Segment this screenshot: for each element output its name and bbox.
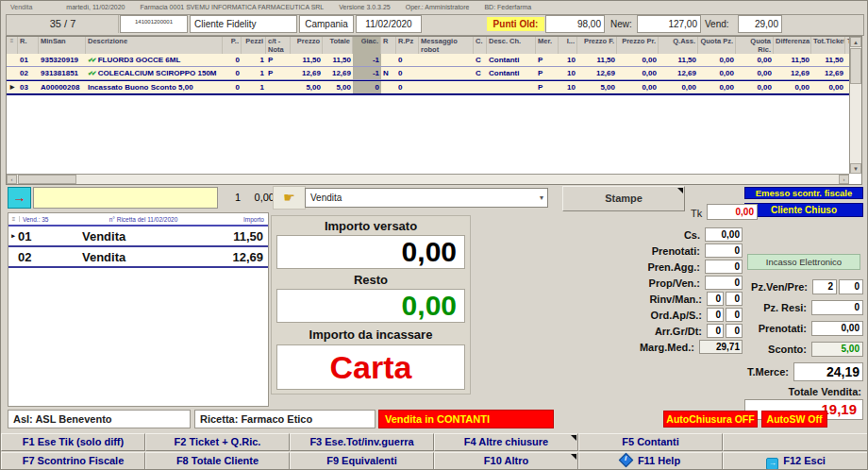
stat-value[interactable]: 0 <box>705 243 743 258</box>
stat-value[interactable]: 0 <box>707 308 724 322</box>
grid-cell: 0,00 <box>811 81 845 93</box>
fkey-button[interactable]: F5 Contanti <box>578 433 723 451</box>
grid-cell: 5,00 <box>291 81 323 93</box>
stat-value[interactable]: 0 <box>705 276 743 290</box>
summary-value[interactable]: 0,00 <box>811 321 863 336</box>
stat-label: Ord.Ap/S.: <box>651 310 702 321</box>
select-all-icon[interactable]: ≡ <box>8 216 20 222</box>
column-header[interactable]: Descrizione <box>86 37 223 54</box>
fkey-button[interactable]: F4 Altre chiusure <box>434 433 578 451</box>
fkey-button[interactable]: F8 Totale Cliente <box>145 452 290 470</box>
autochiusura-toggle[interactable]: AutoChiusura OFF <box>663 411 758 428</box>
stat-value[interactable]: 0 <box>707 292 724 306</box>
stat-value[interactable]: 0 <box>726 308 743 322</box>
select-all-icon[interactable]: ≡ <box>7 37 18 54</box>
incasso-elettronico-banner[interactable]: Incasso Elettronico <box>747 254 860 270</box>
column-header[interactable]: Quota Pz. <box>698 37 736 54</box>
column-header[interactable]: Mer. <box>536 37 559 54</box>
hand-pointer-button[interactable]: ☛ <box>273 186 306 210</box>
table-row[interactable]: ▶03A00000208Incassato Buono Sconto 5,000… <box>7 80 849 95</box>
column-header[interactable]: Differenza <box>774 37 811 54</box>
summary-label: Pz.Ven/Pre: <box>751 281 808 293</box>
fkey-button[interactable]: F9 Equivalenti <box>290 452 434 470</box>
summary-value[interactable]: 0 <box>811 300 863 315</box>
column-header[interactable]: Prezzo F. <box>577 37 617 54</box>
column-header[interactable]: Q.Ass. <box>659 37 698 54</box>
fkey-button[interactable]: iF11 Help <box>578 452 723 470</box>
stampe-button[interactable]: Stampe <box>562 186 685 211</box>
importo-versato-value[interactable]: 0,00 <box>276 235 465 269</box>
receipts-list-header: ≡ Vend.: 35 n° Ricetta del 11/02/2020 Im… <box>8 213 268 227</box>
grid-cell: 11,50 <box>291 54 323 66</box>
grid-cell: 5,00 <box>323 81 353 93</box>
list-marker-icon: ▸ <box>8 232 18 240</box>
column-header[interactable]: I... <box>559 37 577 54</box>
receipt-amount: 12,69 <box>203 250 268 264</box>
column-header[interactable]: Tot.Ticket <box>811 37 845 54</box>
column-header[interactable]: Desc. Ch. <box>487 37 536 54</box>
grid-cell: 5,00 <box>577 81 617 93</box>
scroll-up-icon[interactable]: ▲ <box>850 37 861 47</box>
stat-value[interactable]: 0 <box>705 260 743 274</box>
fkey-button[interactable]: →F12 Esci <box>723 452 868 470</box>
grid-cell: P <box>266 54 291 66</box>
table-row[interactable]: 01935320919✔✔FLUORD3 GOCCE 6ML01P11,5011… <box>7 54 849 67</box>
scan-input[interactable] <box>33 187 218 209</box>
stat-label: Marg.Med.: <box>640 342 694 353</box>
stat-label: Arr.Gr/Dt: <box>655 326 702 337</box>
list-item[interactable]: 02Vendita12,69 <box>8 247 268 268</box>
receipts-header-center: n° Ricetta del 11/02/2020 <box>72 216 215 223</box>
stat-value[interactable]: 0 <box>707 324 724 338</box>
grid-body[interactable]: 01935320919✔✔FLUORD3 GOCCE 6ML01P11,5011… <box>7 54 849 174</box>
fkey-button[interactable]: F1 Ese Tik (solo diff) <box>1 433 145 451</box>
fkey-empty <box>723 433 868 451</box>
stat-value[interactable]: 0 <box>726 324 743 338</box>
scroll-down-icon[interactable]: ▼ <box>850 163 861 174</box>
grid-cell: Contanti <box>487 54 536 66</box>
column-header[interactable]: Prezzo Pr. <box>617 37 659 54</box>
sale-header-bar: 35 / 7 141001200001 Cliente Fidelity Cam… <box>6 14 864 36</box>
column-header[interactable]: Prezzo <box>291 37 323 54</box>
column-header[interactable]: Totale <box>323 37 353 54</box>
sale-mode-select[interactable]: Vendita ▾ <box>305 188 548 208</box>
column-header[interactable]: Giac. <box>353 37 381 54</box>
confirm-arrow-button[interactable]: → <box>8 187 31 209</box>
list-item[interactable]: ▸01Vendita11,50 <box>8 227 268 247</box>
fkey-button[interactable]: F2 Ticket + Q.Ric. <box>145 433 290 451</box>
column-header[interactable]: C. <box>474 37 487 54</box>
red-arrow-icon: → <box>13 190 26 205</box>
grid-horizontal-scrollbar[interactable]: ‹ › <box>7 174 849 184</box>
summary-row: Sconto:5,00 <box>744 342 863 357</box>
column-header[interactable]: P.. <box>223 37 242 54</box>
stat-value[interactable]: 0 <box>726 292 743 306</box>
fkey-button[interactable]: F7 Scontrino Fiscale <box>1 452 145 470</box>
stat-value[interactable]: 29,71 <box>699 340 743 354</box>
stat-value[interactable]: 0,00 <box>705 227 743 242</box>
summary-value[interactable]: 2 <box>812 279 837 294</box>
summary-value[interactable]: 5,00 <box>811 342 863 357</box>
scroll-right-icon[interactable]: › <box>839 175 849 184</box>
stat-row: Pren.Agg.:0 <box>586 260 743 274</box>
grid-cell: 11,50 <box>577 54 617 66</box>
column-header[interactable]: Quota Ric. <box>736 37 774 54</box>
table-row[interactable]: 02931381851✔✔COLECALCIUM SCIROPPO 150M01… <box>7 67 849 80</box>
fkey-button[interactable]: F3 Ese.Tot/inv.guerra <box>290 433 434 451</box>
sale-counter: 35 / 7 <box>8 15 119 33</box>
fkey-button[interactable]: F10 Altro <box>434 452 578 470</box>
customer-name[interactable]: Cliente Fidelity <box>190 15 297 33</box>
column-header[interactable]: R <box>381 37 396 54</box>
scroll-left-icon[interactable]: ‹ <box>7 175 17 184</box>
autosw-toggle[interactable]: AutoSW Off <box>761 411 827 428</box>
summary-value[interactable]: 24,19 <box>793 362 863 381</box>
column-header[interactable]: MinSan <box>39 37 86 54</box>
column-header[interactable]: c/t - Nota <box>266 37 291 54</box>
grid-vertical-scrollbar[interactable]: ▲ ▼ <box>849 37 861 174</box>
column-header[interactable]: Pezzi <box>242 37 266 54</box>
column-header[interactable]: R. <box>18 37 39 54</box>
grid-cell: P <box>536 54 559 66</box>
scrollbar-thumb[interactable] <box>18 175 76 184</box>
scrollbar-thumb[interactable] <box>850 48 861 84</box>
column-header[interactable]: R.Pz <box>396 37 419 54</box>
column-header[interactable]: Messaggio robot <box>419 37 474 54</box>
summary-value[interactable]: 0 <box>839 279 863 294</box>
